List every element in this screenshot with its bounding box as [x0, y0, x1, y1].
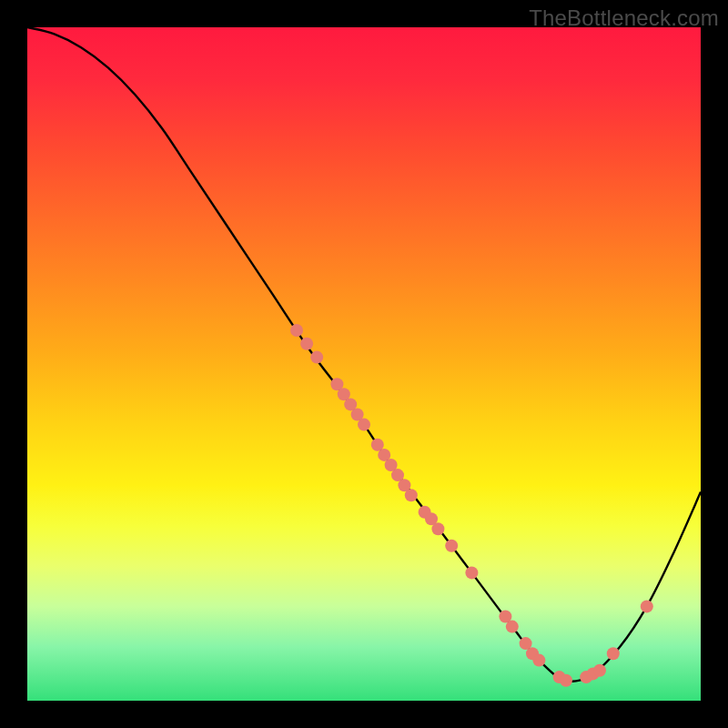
data-marker	[593, 664, 606, 677]
data-marker	[310, 351, 323, 364]
data-marker	[358, 419, 370, 431]
data-marker	[607, 647, 620, 660]
data-marker	[290, 324, 303, 337]
chart-stage: TheBottleneck.com	[0, 0, 728, 728]
data-markers	[290, 324, 653, 687]
plot-area	[27, 27, 701, 701]
data-marker	[405, 489, 418, 501]
data-marker	[445, 540, 458, 552]
bottleneck-curve	[27, 27, 701, 682]
data-marker	[532, 654, 545, 667]
data-marker	[465, 566, 478, 579]
curve-layer	[27, 27, 701, 701]
data-marker	[300, 338, 313, 350]
data-marker	[506, 621, 519, 633]
data-marker	[560, 674, 572, 687]
data-marker	[431, 522, 444, 535]
data-marker	[641, 600, 653, 612]
